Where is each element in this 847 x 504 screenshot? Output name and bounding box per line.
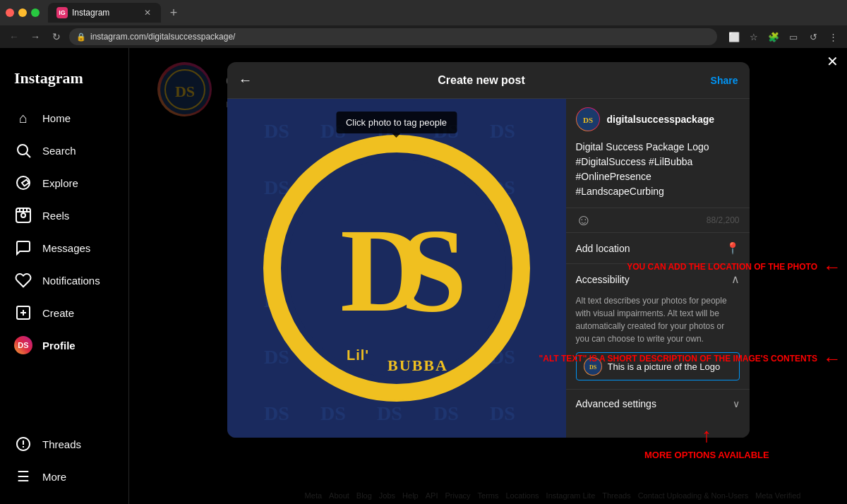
search-icon bbox=[14, 141, 32, 160]
svg-marker-3 bbox=[22, 180, 29, 186]
refresh-icon[interactable]: ↺ bbox=[805, 28, 822, 45]
advanced-settings-section[interactable]: Advanced settings ∨ bbox=[566, 389, 750, 418]
modal-header: ← Create new post Share bbox=[227, 62, 750, 99]
close-traffic-light[interactable] bbox=[6, 8, 14, 17]
sidebar-item-home[interactable]: ⌂ Home bbox=[6, 102, 123, 134]
sidebar-icon[interactable]: ▭ bbox=[785, 28, 802, 45]
security-icon: 🔒 bbox=[76, 32, 86, 42]
menu-icon[interactable]: ⋮ bbox=[824, 28, 841, 45]
sidebar-label-notifications: Notifications bbox=[42, 275, 100, 287]
svg-text:Lil': Lil' bbox=[346, 347, 368, 363]
sidebar-label-home: Home bbox=[42, 112, 71, 124]
url-bar[interactable]: 🔒 instagram.com/digitalsuccesspackage/ bbox=[69, 28, 717, 45]
sidebar-label-messages: Messages bbox=[42, 242, 90, 254]
accessibility-title: Accessibility bbox=[576, 274, 630, 285]
profile-avatar-small: DS bbox=[14, 336, 32, 354]
forward-button[interactable]: → bbox=[27, 28, 44, 45]
alt-text-row: DS bbox=[576, 352, 740, 380]
back-button[interactable]: ← bbox=[6, 28, 23, 45]
sidebar-label-search: Search bbox=[42, 145, 76, 157]
tab-favicon: IG bbox=[56, 7, 68, 18]
add-location-section[interactable]: Add location 📍 bbox=[566, 232, 750, 263]
accessibility-header[interactable]: Accessibility ∧ bbox=[566, 264, 750, 294]
caption-text: Digital Success Package Logo #DigitalSuc… bbox=[576, 140, 740, 199]
browser-actions: ⬜ ☆ 🧩 ▭ ↺ ⋮ bbox=[726, 28, 841, 45]
instagram-logo[interactable]: Instagram bbox=[6, 59, 123, 102]
global-close-button[interactable]: ✕ bbox=[827, 53, 839, 70]
sidebar-item-explore[interactable]: Explore bbox=[6, 167, 123, 199]
minimize-traffic-light[interactable] bbox=[18, 8, 27, 17]
url-text: instagram.com/digitalsuccesspackage/ bbox=[90, 32, 235, 42]
bookmark-icon[interactable]: ☆ bbox=[745, 28, 762, 45]
more-icon: ☰ bbox=[14, 467, 32, 486]
sidebar-label-reels: Reels bbox=[42, 210, 69, 222]
sidebar-label-profile: Profile bbox=[42, 340, 76, 352]
cast-icon[interactable]: ⬜ bbox=[726, 28, 743, 45]
sidebar-item-create[interactable]: Create bbox=[6, 296, 123, 329]
caption-area: Digital Success Package Logo #DigitalSuc… bbox=[566, 140, 750, 208]
svg-point-5 bbox=[21, 213, 25, 217]
create-icon bbox=[14, 304, 32, 322]
sidebar-label-create: Create bbox=[42, 307, 74, 319]
extensions-icon[interactable]: 🧩 bbox=[765, 28, 782, 45]
reels-icon bbox=[14, 206, 32, 224]
more-options-annotation-text: MORE OPTIONS AVAILABLE bbox=[644, 450, 769, 460]
sidebar-item-profile[interactable]: DS Profile bbox=[6, 329, 123, 361]
modal-overlay: ← Create new post Share Click photo to t… bbox=[129, 48, 847, 504]
post-author-avatar: DS bbox=[576, 107, 600, 131]
sidebar-item-messages[interactable]: Messages bbox=[6, 232, 123, 264]
reload-button[interactable]: ↻ bbox=[48, 28, 65, 45]
sidebar-label-explore: Explore bbox=[42, 177, 78, 189]
modal-title: Create new post bbox=[253, 74, 711, 87]
sidebar-item-reels[interactable]: Reels bbox=[6, 199, 123, 232]
sidebar: Instagram ⌂ Home Search Explore Reels bbox=[0, 48, 129, 504]
new-tab-button[interactable]: + bbox=[164, 3, 184, 23]
address-bar: ← → ↻ 🔒 instagram.com/digitalsuccesspack… bbox=[0, 25, 847, 48]
tag-tooltip: Click photo to tag people bbox=[336, 112, 457, 133]
post-author-row: DS digitalsuccesspackage bbox=[566, 99, 750, 140]
explore-icon bbox=[14, 174, 32, 192]
add-location-label: Add location bbox=[576, 243, 630, 254]
fullscreen-traffic-light[interactable] bbox=[31, 8, 40, 17]
alt-text-input[interactable] bbox=[608, 361, 732, 372]
modal-body: Click photo to tag people DS bbox=[227, 99, 750, 438]
modal-back-button[interactable]: ← bbox=[239, 72, 253, 88]
sidebar-label-more: More bbox=[42, 471, 66, 483]
modal-form-panel: DS digitalsuccesspackage Digital Success… bbox=[566, 99, 750, 438]
browser-chrome: IG Instagram ✕ + ← → ↻ 🔒 instagram.com/d… bbox=[0, 0, 847, 48]
tab-bar: IG Instagram ✕ + bbox=[0, 0, 847, 25]
emoji-button[interactable]: ☺ bbox=[576, 211, 591, 229]
accessibility-description: Alt text describes your photos for peopl… bbox=[576, 294, 740, 345]
chevron-down-icon: ∨ bbox=[733, 398, 740, 409]
create-post-modal: ← Create new post Share Click photo to t… bbox=[227, 62, 750, 438]
sidebar-item-search[interactable]: Search bbox=[6, 134, 123, 167]
alt-text-avatar: DS bbox=[584, 357, 602, 376]
notifications-icon bbox=[14, 271, 32, 289]
svg-text:S: S bbox=[400, 204, 462, 337]
sidebar-label-threads: Threads bbox=[42, 438, 81, 450]
caption-counter: 88/2,200 bbox=[707, 215, 740, 225]
modal-share-button[interactable]: Share bbox=[711, 75, 738, 86]
sidebar-item-more[interactable]: ☰ More bbox=[6, 460, 123, 493]
tab-title: Instagram bbox=[72, 8, 109, 18]
messages-icon bbox=[14, 239, 32, 257]
sidebar-item-notifications[interactable]: Notifications bbox=[6, 264, 123, 296]
ds-logo-container: DS D bbox=[227, 99, 566, 438]
modal-image-panel[interactable]: Click photo to tag people DS bbox=[227, 99, 566, 438]
svg-point-0 bbox=[18, 145, 28, 155]
tab-close-button[interactable]: ✕ bbox=[143, 8, 152, 18]
accessibility-body: Alt text describes your photos for peopl… bbox=[566, 294, 750, 389]
svg-text:DS: DS bbox=[589, 364, 596, 371]
svg-text:DS: DS bbox=[582, 116, 592, 124]
chevron-up-icon: ∧ bbox=[731, 272, 740, 286]
accessibility-section: Accessibility ∧ Alt text describes your … bbox=[566, 263, 750, 389]
advanced-settings-label: Advanced settings bbox=[576, 398, 656, 409]
sidebar-item-threads[interactable]: Threads bbox=[6, 428, 123, 460]
svg-text:BUBBA: BUBBA bbox=[388, 356, 448, 374]
main-content: DS digitalsuccesspackage Edit profile Vi… bbox=[129, 48, 847, 504]
active-tab[interactable]: IG Instagram ✕ bbox=[48, 3, 161, 23]
svg-line-1 bbox=[27, 154, 31, 158]
home-icon: ⌂ bbox=[14, 109, 32, 127]
traffic-lights bbox=[6, 8, 40, 17]
threads-icon bbox=[14, 435, 32, 453]
